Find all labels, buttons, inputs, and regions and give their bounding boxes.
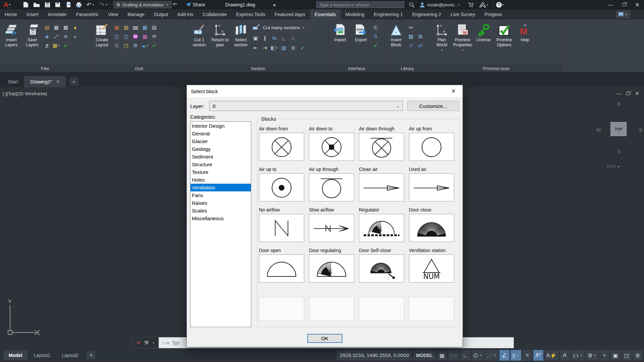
logo-caret-icon[interactable]: ▾ <box>9 3 10 6</box>
block-preview[interactable] <box>359 254 404 283</box>
select-section-button[interactable]: Select section <box>231 21 250 65</box>
category-item-texture[interactable]: Texture <box>191 168 251 176</box>
block-item-empty[interactable] <box>309 297 354 321</box>
layout-tab-layout2[interactable]: Layout2 <box>56 350 84 360</box>
check-icon[interactable]: ✔ <box>62 42 69 49</box>
block-item-door-open[interactable]: Door open <box>259 248 304 283</box>
block-preview[interactable] <box>309 173 354 201</box>
panel-label-filer[interactable]: Filer <box>0 65 90 72</box>
pink-grid-icon[interactable]: ▩ <box>142 33 148 40</box>
undo-icon[interactable]: ↶▾ <box>87 1 95 8</box>
block-preview[interactable] <box>409 173 454 201</box>
ribbon-tab-output[interactable]: Output <box>149 9 173 19</box>
dashes-icon[interactable]: ≔ <box>408 24 414 31</box>
panel-label-grid[interactable]: Grid <box>91 65 187 72</box>
ribbon-tab-add-ins[interactable]: Add-ins <box>173 9 198 19</box>
block-item-empty[interactable] <box>409 297 454 321</box>
promine-properties-button[interactable]: MPromine Properties▾ <box>453 21 472 65</box>
insert-block-button[interactable]: Insert Block <box>387 21 406 65</box>
block-preview[interactable] <box>359 133 404 161</box>
bulb-on-icon[interactable]: ● <box>72 24 78 31</box>
block-item-empty[interactable] <box>259 297 304 321</box>
block-swap-icon[interactable]: ⇄ <box>417 42 424 49</box>
ribbon-tab-engineering-1[interactable]: Engineering 1 <box>369 9 408 19</box>
grid-table-icon[interactable]: ▤ <box>151 24 158 31</box>
block-item-air-down-through[interactable]: Air down through <box>359 126 404 161</box>
autodesk-caret-icon[interactable]: ▾ <box>487 3 488 6</box>
close-button[interactable]: ✕ <box>631 0 644 9</box>
export-button[interactable]: DXFExport <box>352 21 370 65</box>
category-item-glacier[interactable]: Glacier <box>191 137 251 145</box>
lock-icon[interactable]: ⚿ <box>113 42 120 49</box>
ribbon-tab-engineering-2[interactable]: Engineering 2 <box>408 9 446 19</box>
cut-1-section-button[interactable]: Cut 1 section <box>190 21 209 65</box>
return-to-plan-button[interactable]: YXReturn to plan <box>211 21 229 65</box>
ribbon-tab-collaborate[interactable]: Collaborate <box>198 9 231 19</box>
block-item-air-down-to[interactable]: Air down to <box>309 126 354 161</box>
block-item-clean-air[interactable]: Clean air <box>359 167 404 201</box>
viewport-close-icon[interactable]: ✕ <box>635 90 639 97</box>
stretch-icon[interactable]: ⤢ <box>53 33 60 40</box>
ribbon-tab-progeox[interactable]: Progeox <box>480 9 507 19</box>
block-preview[interactable] <box>309 214 354 242</box>
ribbon-tab-manage[interactable]: Manage <box>123 9 149 19</box>
help-caret-icon[interactable]: ▾ <box>502 3 504 6</box>
ribbon-tab-express-tools[interactable]: Express Tools <box>231 9 270 19</box>
block-preview[interactable] <box>359 214 404 242</box>
category-item-raises[interactable]: Raises <box>191 199 251 207</box>
category-item-ventilation[interactable]: Ventilation <box>191 184 251 191</box>
dialog-close-icon[interactable]: ✕ <box>448 88 459 95</box>
annotation-visible-icon[interactable]: A° <box>533 350 543 361</box>
save-as-icon[interactable]: ▦ <box>62 24 69 31</box>
redo-icon[interactable]: ↷▾ <box>100 1 108 8</box>
ribbon-tab-insert[interactable]: Insert <box>22 9 43 19</box>
layers-icon[interactable]: ≋ <box>62 33 69 40</box>
rotate-a-icon[interactable]: ↺ <box>408 42 414 49</box>
autocad-logo-icon[interactable]: A <box>3 1 8 9</box>
ribbon-tab-annotate[interactable]: Annotate <box>43 9 71 19</box>
insert-layers-button[interactable]: Insert Layers <box>2 21 21 65</box>
save-as-icon[interactable] <box>55 2 61 8</box>
block-item-door-self-close[interactable]: Door Self-close <box>359 248 404 283</box>
block-item-air-up-from[interactable]: Air up from <box>409 126 454 161</box>
block-preview[interactable] <box>259 214 304 242</box>
category-item-fans[interactable]: Fans <box>191 191 251 199</box>
block-preview[interactable] <box>309 254 354 283</box>
split-h-icon[interactable]: ◫ <box>113 33 120 40</box>
gears-icon[interactable]: ⚙ <box>132 42 139 49</box>
dialog-titlebar[interactable]: Select block ✕ <box>187 85 463 97</box>
layout-tab-layout1[interactable]: Layout1 <box>28 350 56 360</box>
ortho-icon[interactable]: ∟ <box>461 350 471 361</box>
file-out-icon[interactable]: ⎗ <box>372 24 379 31</box>
block-preview[interactable] <box>259 133 304 161</box>
viewcube-north[interactable]: N <box>617 101 621 107</box>
category-item-structure[interactable]: Structure <box>191 161 251 168</box>
autodesk-app-icon[interactable] <box>479 2 486 7</box>
viewcube-south[interactable]: S <box>618 149 621 154</box>
block-item-no-airflow[interactable]: No airflow <box>259 207 304 242</box>
ribbon-display-toggle[interactable]: ▾ <box>616 11 630 18</box>
section-corner-icon[interactable]: ∟ <box>280 35 287 42</box>
open-folder-icon[interactable] <box>33 2 40 7</box>
block-item-ventilation-station[interactable]: Ventilation stationNUM <box>409 248 454 283</box>
ribbon-tab-parametric[interactable]: Parametric <box>71 9 103 19</box>
user-caret-icon[interactable]: ▾ <box>459 3 460 6</box>
ribbon-tab-featured-apps[interactable]: Featured Apps <box>270 9 310 19</box>
close-command-icon[interactable]: ✕ <box>136 340 141 346</box>
block-preview[interactable] <box>259 173 304 201</box>
check-icon[interactable]: ✔ <box>299 45 306 51</box>
new-file-icon[interactable] <box>23 2 29 8</box>
block-item-air-down-from[interactable]: Air down from <box>259 126 304 161</box>
annotation-scale-icon[interactable]: A <box>560 350 570 361</box>
open-folder-icon[interactable]: ▤ <box>44 24 50 31</box>
block-preview[interactable] <box>409 214 454 242</box>
layer-dropdown[interactable]: 0 ⌄ <box>209 101 403 111</box>
block-preview[interactable]: NUM <box>409 254 454 283</box>
create-layout-button[interactable]: Create Layout <box>93 21 111 65</box>
graphics-icon[interactable]: ∠ <box>499 350 509 361</box>
close-tab-icon[interactable]: ✕ <box>56 79 60 84</box>
doc-caret-icon[interactable]: ▶ <box>274 3 276 7</box>
viewcube[interactable]: N W TOP E S WCS▾ <box>593 101 644 175</box>
category-item-geology[interactable]: Geology <box>191 145 251 153</box>
block-item-air-up-to[interactable]: Air up to <box>259 167 304 201</box>
